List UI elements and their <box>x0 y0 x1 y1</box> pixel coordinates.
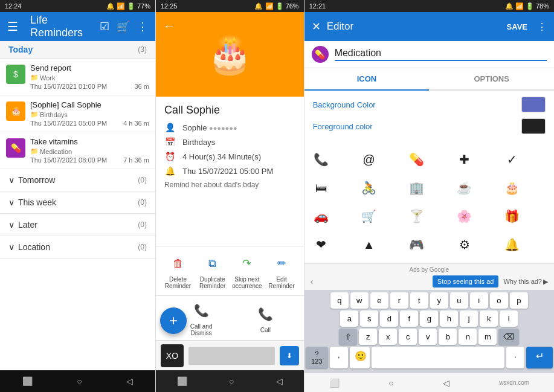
edit-reminder-btn[interactable]: ✏ Edit Reminder <box>264 252 298 289</box>
icon-heart[interactable]: ❤ <box>311 234 332 255</box>
icon-bed[interactable]: 🛏 <box>311 177 332 199</box>
key-l[interactable]: l <box>500 310 518 327</box>
key-v[interactable]: v <box>419 329 437 345</box>
key-c[interactable]: c <box>399 329 417 345</box>
square-nav-btn-right[interactable]: ⬜ <box>329 378 340 388</box>
key-r[interactable]: r <box>390 292 408 309</box>
save-button[interactable]: SAVE <box>503 20 531 34</box>
stop-seeing-ad-btn[interactable]: Stop seeing this ad <box>433 275 499 288</box>
reminder-call-sophie[interactable]: 🎂 [Sophie] Call Sophie 📁 Birthdays Thu 1… <box>0 95 155 132</box>
back-nav-btn-mid[interactable]: ◁ <box>276 376 283 386</box>
icon-pill[interactable]: 💊 <box>406 149 428 170</box>
icon-gamepad[interactable]: 🎮 <box>406 234 428 255</box>
icon-bell[interactable]: 🔔 <box>501 234 523 255</box>
key-comma[interactable]: , <box>330 347 348 368</box>
later-header[interactable]: ∨ Later (0) <box>0 214 155 236</box>
close-button[interactable]: ✕ <box>312 20 321 33</box>
icon-phone[interactable]: 📞 <box>311 149 332 170</box>
collapse-ads-btn[interactable]: ‹ <box>311 277 314 286</box>
icon-gift[interactable]: 🎁 <box>501 205 523 227</box>
menu-icon[interactable]: ☰ <box>7 19 18 34</box>
circle-nav-btn[interactable]: ○ <box>77 376 82 386</box>
add-reminder-fab[interactable]: + <box>160 307 187 334</box>
more-options-icon[interactable]: ⋮ <box>537 21 547 33</box>
key-j[interactable]: j <box>460 310 478 327</box>
key-i[interactable]: i <box>470 292 488 309</box>
background-color-swatch[interactable] <box>521 97 546 112</box>
space-key[interactable] <box>372 347 504 368</box>
icon-building[interactable]: 🏢 <box>406 177 428 199</box>
key-n[interactable]: n <box>459 329 477 345</box>
key-e[interactable]: e <box>370 292 388 309</box>
back-button[interactable]: ← <box>163 19 175 33</box>
skip-occurrence-btn[interactable]: ↷ Skip next occurrence <box>230 252 264 289</box>
foreground-color-swatch[interactable] <box>521 118 546 134</box>
key-period[interactable]: . <box>506 347 524 368</box>
circle-nav-btn-right[interactable]: ○ <box>388 378 393 388</box>
key-u[interactable]: u <box>450 292 468 309</box>
icon-coffee[interactable]: ☕ <box>454 177 475 199</box>
icon-check[interactable]: ✓ <box>501 149 523 170</box>
background-color-label: Background Color <box>313 100 376 109</box>
key-a[interactable]: a <box>340 310 358 327</box>
this-week-section[interactable]: ∨ This week (0) <box>0 191 155 214</box>
location-header[interactable]: ∨ Location (0) <box>0 236 155 258</box>
key-s[interactable]: s <box>360 310 378 327</box>
duplicate-reminder-btn[interactable]: ⧉ Duplicate Reminder <box>195 252 230 289</box>
icon-triangle[interactable]: ▲ <box>358 234 380 255</box>
icon-cake[interactable]: 🎂 <box>501 177 523 199</box>
edit-list-icon[interactable]: ☑ <box>100 20 109 33</box>
key-m[interactable]: m <box>478 329 497 345</box>
delete-reminder-btn[interactable]: 🗑 Delete Reminder <box>161 252 195 289</box>
key-x[interactable]: x <box>379 329 397 345</box>
key-emoji[interactable]: 🙂 <box>350 347 370 368</box>
icon-car[interactable]: 🚗 <box>311 205 332 227</box>
call-btn[interactable]: 📞 Call <box>254 303 276 333</box>
icon-cocktail[interactable]: 🍸 <box>406 205 428 227</box>
tomorrow-section[interactable]: ∨ Tomorrow (0) <box>0 169 155 191</box>
tab-icon[interactable]: ICON <box>304 68 430 91</box>
square-nav-btn-mid[interactable]: ⬜ <box>177 376 187 386</box>
backspace-key[interactable]: ⌫ <box>498 329 519 345</box>
key-q[interactable]: q <box>330 292 349 309</box>
key-k[interactable]: k <box>480 310 498 327</box>
call-dismiss-btn[interactable]: 📞 Call and Dismiss <box>183 300 219 336</box>
key-d[interactable]: d <box>380 310 398 327</box>
icon-bike[interactable]: 🚴 <box>358 177 380 199</box>
back-nav-btn[interactable]: ◁ <box>126 376 133 386</box>
enter-key[interactable]: ↵ <box>526 347 553 368</box>
ad-download-btn[interactable]: ⬇ <box>280 346 299 365</box>
key-p[interactable]: p <box>510 292 528 309</box>
key-g[interactable]: g <box>420 310 438 327</box>
more-icon[interactable]: ⋮ <box>137 20 148 33</box>
back-nav-btn-right[interactable]: ◁ <box>443 378 449 388</box>
this-week-header[interactable]: ∨ This week (0) <box>0 191 155 213</box>
shift-key[interactable]: ⇧ <box>339 329 357 345</box>
icon-plus[interactable]: ✚ <box>454 149 475 170</box>
reminder-send-report[interactable]: $ Send report 📁 Work Thu 15/07/2021 01:0… <box>0 59 155 95</box>
key-123[interactable]: ?123 <box>306 347 328 368</box>
key-b[interactable]: b <box>439 329 457 345</box>
key-w[interactable]: w <box>350 292 369 309</box>
tab-options[interactable]: OPTIONS <box>429 68 554 89</box>
key-t[interactable]: t <box>410 292 428 309</box>
icon-cart[interactable]: 🛒 <box>358 205 380 227</box>
shopping-icon[interactable]: 🛒 <box>117 20 130 33</box>
icon-flower[interactable]: 🌸 <box>454 205 475 227</box>
key-y[interactable]: y <box>430 292 448 309</box>
key-f[interactable]: f <box>400 310 418 327</box>
circle-nav-btn-mid[interactable]: ○ <box>229 376 234 386</box>
reminder-take-vitamins[interactable]: 💊 Take vitamins 📁 Medication Thu 15/07/2… <box>0 132 155 169</box>
icon-at[interactable]: @ <box>358 149 380 170</box>
tomorrow-header[interactable]: ∨ Tomorrow (0) <box>0 169 155 191</box>
reminder-name-input[interactable] <box>335 48 547 61</box>
key-o[interactable]: o <box>490 292 508 309</box>
key-z[interactable]: z <box>359 329 377 345</box>
icon-gear[interactable]: ⚙ <box>454 234 475 255</box>
square-nav-btn[interactable]: ⬜ <box>22 376 33 386</box>
reminder-color-circle[interactable]: 💊 <box>312 46 329 63</box>
location-section[interactable]: ∨ Location (0) <box>0 236 155 259</box>
why-ad-link[interactable]: Why this ad? ▶ <box>503 278 548 286</box>
key-h[interactable]: h <box>440 310 458 327</box>
later-section[interactable]: ∨ Later (0) <box>0 214 155 236</box>
